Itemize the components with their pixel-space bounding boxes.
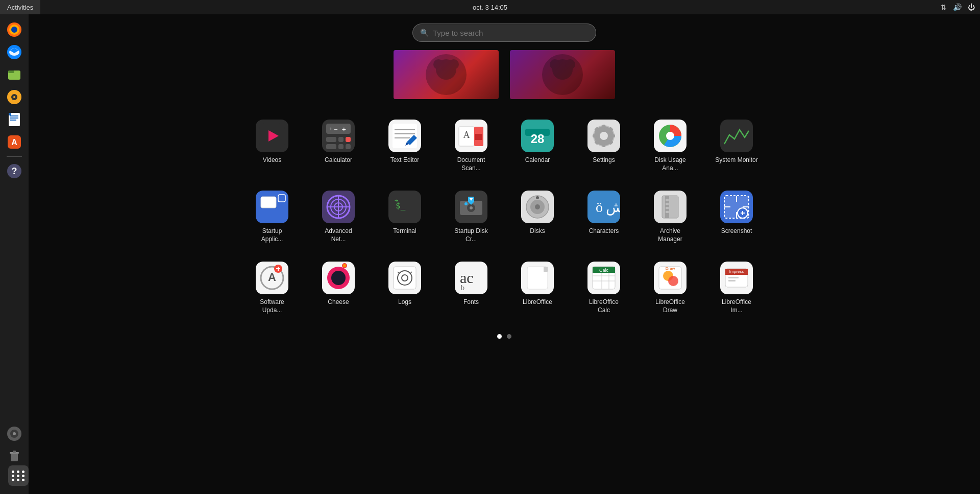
disks-icon: [521, 191, 554, 223]
svg-point-124: [331, 271, 346, 285]
svg-rect-25: [13, 451, 16, 453]
app-item-software-updater[interactable]: A Software Upda...: [247, 257, 298, 318]
settings-label: Settings: [593, 156, 615, 164]
svg-text:?: ?: [12, 166, 17, 176]
app-item-videos[interactable]: Videos: [247, 115, 298, 169]
svg-text:A: A: [11, 138, 17, 147]
document-scanner-icon: A: [455, 120, 487, 152]
archive-manager-icon: [654, 191, 687, 223]
page-dot-2[interactable]: [507, 334, 511, 339]
system-monitor-label: System Monitor: [715, 156, 757, 164]
software-updater-icon: A: [256, 262, 288, 294]
libreoffice-icon: [521, 262, 554, 294]
dock-item-help[interactable]: ?: [4, 161, 24, 181]
app-item-startup-disk[interactable]: Startup Disk Cr...: [446, 186, 497, 247]
dock-item-disk[interactable]: [4, 424, 24, 444]
network-icon[interactable]: ⇅: [941, 3, 947, 11]
terminal-label: Terminal: [393, 227, 416, 236]
libreoffice-draw-label: LibreOffice Draw: [649, 298, 692, 314]
svg-rect-104: [666, 203, 669, 205]
volume-icon[interactable]: 🔊: [953, 3, 962, 11]
svg-point-150: [668, 276, 678, 286]
app-grid-icon: [12, 471, 26, 481]
app-item-document-scanner[interactable]: A Document Scan...: [446, 115, 497, 176]
app-item-screenshot[interactable]: Screenshot: [711, 186, 762, 240]
svg-rect-106: [666, 211, 669, 213]
app-item-libreoffice-draw[interactable]: Draw LibreOffice Draw: [645, 257, 696, 318]
characters-label: Characters: [589, 227, 619, 236]
startup-applications-label: Startup Applic...: [251, 227, 293, 243]
app-item-disk-usage[interactable]: Disk Usage Ana...: [645, 115, 696, 176]
app-launcher-button[interactable]: [8, 465, 29, 486]
workspace-1[interactable]: [393, 49, 500, 100]
app-item-settings[interactable]: Settings: [578, 115, 629, 169]
app-item-calculator[interactable]: + + – Calculator: [313, 115, 364, 169]
workspace-2[interactable]: [509, 49, 616, 100]
libreoffice-calc-label: LibreOffice Calc: [582, 298, 625, 314]
svg-point-61: [600, 132, 608, 140]
app-item-libreoffice[interactable]: LibreOffice: [512, 257, 563, 311]
svg-text:Impress: Impress: [729, 269, 744, 274]
app-item-system-monitor[interactable]: System Monitor: [711, 115, 762, 169]
topbar-datetime: oct. 3 14:05: [473, 4, 507, 11]
app-row-3: A Software Upda...: [247, 257, 762, 318]
app-item-cheese[interactable]: Cheese: [313, 257, 364, 311]
svg-point-89: [470, 206, 473, 209]
dock-separator: [7, 156, 22, 157]
disk-usage-icon: [654, 120, 687, 152]
advanced-network-label: Advanced Net...: [317, 227, 360, 243]
startup-applications-icon: [256, 191, 288, 223]
search-bar[interactable]: 🔍: [412, 23, 596, 42]
app-item-calendar[interactable]: 28 Calendar: [512, 115, 563, 169]
search-input[interactable]: [433, 29, 589, 37]
svg-point-72: [666, 132, 674, 140]
svg-text:A: A: [463, 130, 470, 140]
app-item-archive-manager[interactable]: Archive Manager: [645, 186, 696, 247]
cheese-label: Cheese: [328, 298, 349, 307]
power-icon[interactable]: ⏻: [968, 3, 975, 11]
software-updater-label: Software Upda...: [251, 298, 293, 314]
svg-rect-101: [662, 196, 678, 218]
app-item-disks[interactable]: Disks: [512, 186, 563, 240]
dock-item-libreoffice-writer[interactable]: [4, 109, 24, 130]
screenshot-label: Screenshot: [721, 227, 752, 236]
calendar-icon: 28: [521, 120, 554, 152]
dock-item-trash[interactable]: [4, 446, 24, 466]
fonts-label: Fonts: [463, 298, 479, 307]
activities-overlay: 🔍: [29, 14, 980, 494]
dock-item-files[interactable]: [4, 64, 24, 85]
page-dot-1[interactable]: [497, 334, 502, 339]
app-item-advanced-network[interactable]: Advanced Net...: [313, 186, 364, 247]
app-item-startup-applications[interactable]: Startup Applic...: [247, 186, 298, 247]
advanced-network-icon: [322, 191, 355, 223]
app-item-fonts[interactable]: ac b Fonts: [446, 257, 497, 311]
page-dots: [497, 334, 511, 339]
characters-icon: ö ش: [587, 191, 620, 223]
dock-item-rhythmbox[interactable]: [4, 87, 24, 107]
screenshot-icon: [720, 191, 753, 223]
search-icon: 🔍: [420, 29, 429, 37]
svg-rect-38: [338, 137, 344, 142]
svg-point-10: [13, 96, 15, 98]
dock-item-firefox[interactable]: [4, 19, 24, 40]
app-item-logs[interactable]: Logs: [379, 257, 430, 311]
activities-button[interactable]: Activities: [0, 0, 40, 14]
dock-item-thunderbird[interactable]: [4, 42, 24, 62]
svg-text:b: b: [461, 284, 464, 292]
app-item-libreoffice-impress[interactable]: Impress LibreOffice Im...: [711, 257, 762, 318]
app-item-libreoffice-calc[interactable]: Calc LibreOffice Calc: [578, 257, 629, 318]
system-monitor-icon: [720, 120, 753, 152]
startup-disk-icon: [455, 191, 487, 223]
svg-text:–: –: [334, 126, 338, 132]
svg-point-22: [13, 432, 16, 435]
svg-text:ش: ش: [606, 199, 620, 216]
app-item-text-editor[interactable]: Text Editor: [379, 115, 430, 169]
app-item-terminal[interactable]: $_ ➜ Terminal: [379, 186, 430, 240]
svg-text:ö: ö: [596, 199, 603, 215]
logs-icon: [388, 262, 421, 294]
app-item-characters[interactable]: ö ش Characters: [578, 186, 629, 240]
libreoffice-impress-icon: Impress: [720, 262, 753, 294]
workspace-1-bg: [394, 50, 499, 99]
dock-item-app-store[interactable]: A: [4, 132, 24, 152]
topbar: Activities oct. 3 14:05 ⇅ 🔊 ⏻: [0, 0, 980, 14]
